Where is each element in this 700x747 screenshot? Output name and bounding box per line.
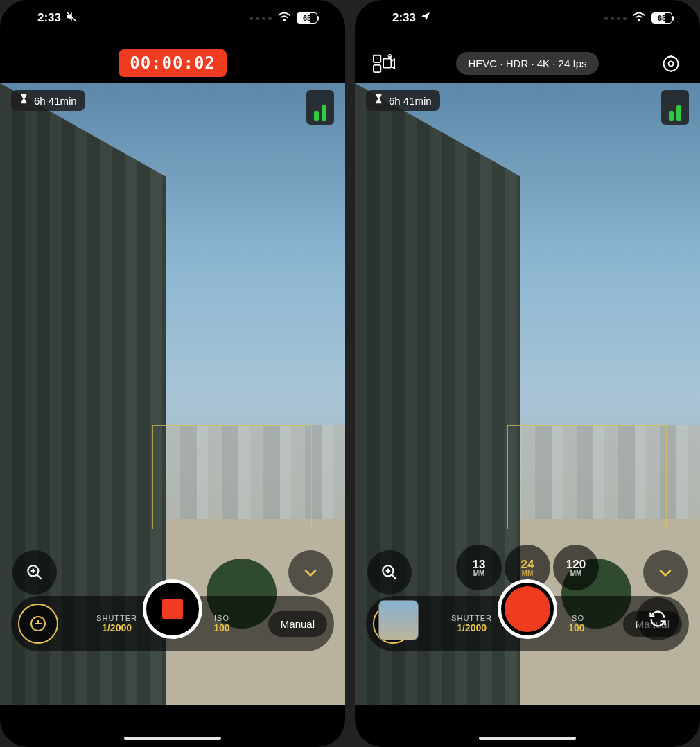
- app-header: HEVC · HDR · 4K · 24 fps: [355, 43, 700, 83]
- viewfinder[interactable]: 6h 41min 13 MM 24 MM: [355, 83, 700, 705]
- battery-icon: 65: [651, 12, 674, 24]
- cell-dots-icon: [250, 17, 272, 20]
- svg-point-1: [283, 19, 286, 21]
- home-indicator[interactable]: [479, 737, 576, 740]
- battery-icon: 65: [297, 12, 319, 24]
- hourglass-icon: [19, 94, 28, 107]
- focus-rectangle[interactable]: [507, 425, 667, 529]
- storage-time-pill[interactable]: 6h 41min: [366, 90, 440, 111]
- home-indicator[interactable]: [124, 737, 221, 740]
- storage-time-pill[interactable]: 6h 41min: [11, 90, 85, 111]
- silent-icon: [65, 10, 78, 26]
- location-icon: [420, 11, 431, 26]
- last-clip-thumbnail[interactable]: [378, 600, 419, 640]
- record-button[interactable]: [498, 579, 557, 639]
- time-remaining: 6h 41min: [389, 95, 432, 107]
- recording-timer: 00:00:02: [119, 49, 227, 77]
- shutter-row: [355, 578, 700, 640]
- viewfinder[interactable]: 6h 41min SHUTTER 1/2000: [0, 83, 345, 705]
- battery-level: 65: [297, 12, 317, 24]
- clock: 2:33: [392, 11, 416, 25]
- wifi-icon: [632, 11, 646, 26]
- flip-camera-button[interactable]: [636, 597, 679, 640]
- format-button[interactable]: HEVC · HDR · 4K · 24 fps: [456, 52, 600, 75]
- settings-button[interactable]: [657, 50, 685, 78]
- svg-point-9: [638, 19, 640, 21]
- shutter-row: [0, 578, 345, 640]
- cell-dots-icon: [604, 17, 627, 20]
- focus-rectangle[interactable]: [152, 425, 312, 529]
- stop-icon: [162, 599, 183, 619]
- svg-point-15: [669, 62, 674, 67]
- clock: 2:33: [37, 11, 61, 25]
- time-remaining: 6h 41min: [34, 95, 77, 107]
- svg-point-14: [664, 57, 679, 71]
- phone-recording: 2:33 65 00:00:02 6h 41min: [0, 0, 345, 747]
- record-icon: [505, 586, 550, 632]
- phone-idle: 2:33 65 HEVC · HDR ·: [355, 0, 700, 747]
- hourglass-icon: [374, 94, 383, 107]
- battery-level: 65: [651, 12, 672, 24]
- dynamic-island: [486, 10, 569, 33]
- wifi-icon: [277, 11, 291, 26]
- audio-levels[interactable]: [661, 90, 689, 125]
- app-header: 00:00:02: [0, 43, 345, 83]
- dynamic-island: [131, 10, 214, 33]
- audio-levels[interactable]: [306, 90, 334, 125]
- stop-record-button[interactable]: [143, 579, 202, 639]
